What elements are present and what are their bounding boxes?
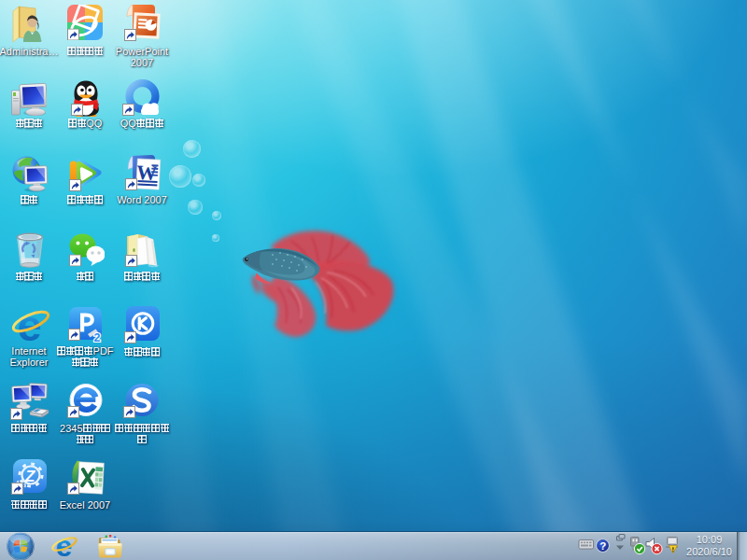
svg-text:2: 2	[94, 331, 101, 344]
svg-text:?: ?	[599, 540, 606, 552]
svg-text:Z: Z	[24, 468, 35, 485]
